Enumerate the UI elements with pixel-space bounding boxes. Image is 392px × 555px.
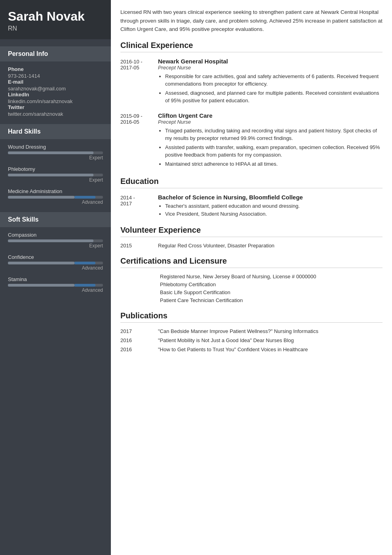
personal-info-content: Phone 973-261-1414 E-mail sarahznovak@gm…: [0, 61, 111, 117]
education-section: Education 2014 -2017 Bachelor of Science…: [120, 177, 382, 218]
skill-medicine-admin: Medicine Administration Advanced: [8, 188, 103, 205]
skill-name-compassion: Compassion: [8, 232, 103, 238]
job-clifton-content: Clifton Urgent Care Precept Nurse Triage…: [158, 112, 382, 169]
skill-bar-fill-wound-dressing: [8, 151, 93, 154]
skill-wound-dressing: Wound Dressing Expert: [8, 144, 103, 161]
publications-section: Publications 2017 "Can Bedside Manner Im…: [120, 311, 382, 352]
pub-2016a-title: "Patient Mobility is Not Just a Good Ide…: [158, 337, 382, 343]
volunteer-title: Volunteer Experience: [120, 226, 382, 237]
job-clifton-role: Precept Nurse: [158, 119, 382, 125]
skill-bar-medicine-admin: [8, 196, 103, 199]
linkedin-value: linkedin.com/in/sarahznovak: [8, 98, 103, 104]
pub-2016-b: 2016 "How to Get Patients to Trust You" …: [120, 346, 382, 352]
pub-2016a-year: 2016: [120, 337, 158, 343]
hard-skills-section: Hard Skills Wound Dressing Expert Phlebo…: [0, 124, 111, 205]
job-newark-bullets: Responsible for care activities, goal an…: [158, 73, 382, 105]
twitter-label: Twitter: [8, 104, 103, 110]
pub-2017-title: "Can Bedside Manner Improve Patient Well…: [158, 328, 382, 334]
edu-date: 2014 -2017: [120, 194, 158, 218]
main-content: Licensed RN with two years clinical expe…: [111, 0, 392, 555]
hard-skills-content: Wound Dressing Expert Phlebotomy Expert …: [0, 139, 111, 205]
pub-2016b-title: "How to Get Patients to Trust You" Confi…: [158, 346, 382, 352]
skill-bar-bg-phlebotomy: [8, 174, 103, 176]
email-label: E-mail: [8, 79, 103, 85]
cert-bls: Basic Life Support Certification: [160, 289, 382, 295]
clinical-experience-section: Clinical Experience 2016-10 -2017-05 New…: [120, 41, 382, 169]
pub-2016b-year: 2016: [120, 346, 158, 352]
phone-label: Phone: [8, 66, 103, 72]
skill-name-stamina: Stamina: [8, 276, 103, 282]
skill-level-confidence: Advanced: [8, 265, 103, 271]
skill-name-medicine-admin: Medicine Administration: [8, 188, 103, 194]
skill-name-phlebotomy: Phlebotomy: [8, 166, 103, 172]
skill-name-wound-dressing: Wound Dressing: [8, 144, 103, 150]
list-item: Responsible for care activities, goal an…: [165, 73, 382, 88]
list-item: Vice President, Student Nursing Associat…: [165, 210, 382, 218]
skill-bar-bg-compassion: [8, 239, 103, 242]
skill-level-medicine-admin: Advanced: [8, 199, 103, 205]
skill-bar-stamina: [8, 284, 103, 287]
skill-bar-accent-stamina: [74, 284, 95, 287]
skill-confidence: Confidence Advanced: [8, 254, 103, 271]
volunteer-date: 2015: [120, 243, 158, 249]
skill-level-phlebotomy: Expert: [8, 177, 103, 183]
skill-bar-confidence: [8, 262, 103, 264]
pub-2017-year: 2017: [120, 328, 158, 334]
certifications-list: Registered Nurse, New Jersey Board of Nu…: [120, 274, 382, 303]
soft-skills-title: Soft Skills: [0, 212, 111, 227]
skill-name-confidence: Confidence: [8, 254, 103, 260]
edu-degree: Bachelor of Science in Nursing, Bloomfie…: [158, 194, 382, 201]
job-clifton-bullets: Triaged patients, including taking and r…: [158, 127, 382, 168]
skill-bar-accent-confidence: [74, 262, 95, 264]
job-newark: 2016-10 -2017-05 Newark General Hospital…: [120, 58, 382, 106]
skill-stamina: Stamina Advanced: [8, 276, 103, 293]
phone-value: 973-261-1414: [8, 73, 103, 79]
email-value: sarahznovak@gmail.com: [8, 86, 103, 92]
skill-bar-bg-wound-dressing: [8, 151, 103, 154]
phone-field: Phone 973-261-1414: [8, 66, 103, 79]
volunteer-desc: Regular Red Cross Volunteer, Disaster Pr…: [158, 243, 274, 249]
skill-bar-fill-compassion: [8, 239, 93, 242]
twitter-value: twitter.com/sarahznovak: [8, 111, 103, 117]
cert-pct: Patient Care Technician Certification: [160, 297, 382, 303]
job-newark-date: 2016-10 -2017-05: [120, 58, 158, 106]
personal-info-title: Personal Info: [0, 46, 111, 61]
skill-compassion: Compassion Expert: [8, 232, 103, 249]
list-item: Triaged patients, including taking and r…: [165, 127, 382, 142]
volunteer-section: Volunteer Experience 2015 Regular Red Cr…: [120, 226, 382, 249]
edu-bsn: 2014 -2017 Bachelor of Science in Nursin…: [120, 194, 382, 218]
skill-bar-light-medicine-admin: [8, 196, 74, 199]
twitter-field: Twitter twitter.com/sarahznovak: [8, 104, 103, 117]
skill-level-compassion: Expert: [8, 243, 103, 249]
edu-content: Bachelor of Science in Nursing, Bloomfie…: [158, 194, 382, 218]
sidebar: Sarah Novak RN Personal Info Phone 973-2…: [0, 0, 111, 555]
list-item: Maintained strict adherence to HIPAA at …: [165, 160, 382, 168]
cert-phlebotomy: Phlebotomy Certification: [160, 281, 382, 287]
list-item: Assisted patients with transfer, walking…: [165, 144, 382, 159]
soft-skills-section: Soft Skills Compassion Expert Confidence…: [0, 212, 111, 293]
job-clifton: 2015-09 -2016-05 Clifton Urgent Care Pre…: [120, 112, 382, 169]
job-newark-content: Newark General Hospital Precept Nurse Re…: [158, 58, 382, 106]
sidebar-header: Sarah Novak RN: [0, 0, 111, 39]
linkedin-label: LinkedIn: [8, 92, 103, 98]
hard-skills-title: Hard Skills: [0, 124, 111, 139]
skill-phlebotomy: Phlebotomy Expert: [8, 166, 103, 183]
email-field: E-mail sarahznovak@gmail.com: [8, 79, 103, 92]
pub-2017: 2017 "Can Bedside Manner Improve Patient…: [120, 328, 382, 334]
skill-level-stamina: Advanced: [8, 287, 103, 293]
publications-title: Publications: [120, 311, 382, 323]
job-newark-company: Newark General Hospital: [158, 58, 382, 65]
pub-2016-a: 2016 "Patient Mobility is Not Just a Goo…: [120, 337, 382, 343]
list-item: Assessed, diagnosed, and planned care fo…: [165, 89, 382, 105]
skill-bar-accent-medicine-admin: [74, 196, 95, 199]
job-newark-role: Precept Nurse: [158, 65, 382, 71]
clinical-experience-title: Clinical Experience: [120, 41, 382, 52]
linkedin-field: LinkedIn linkedin.com/in/sarahznovak: [8, 92, 103, 104]
personal-info-section: Personal Info Phone 973-261-1414 E-mail …: [0, 46, 111, 117]
edu-details: Teacher's assistant, patient education a…: [158, 202, 382, 218]
education-title: Education: [120, 177, 382, 188]
job-clifton-company: Clifton Urgent Care: [158, 112, 382, 119]
skill-level-wound-dressing: Expert: [8, 155, 103, 161]
volunteer-row: 2015 Regular Red Cross Volunteer, Disast…: [120, 243, 382, 249]
certifications-title: Certifications and Licensure: [120, 256, 382, 268]
